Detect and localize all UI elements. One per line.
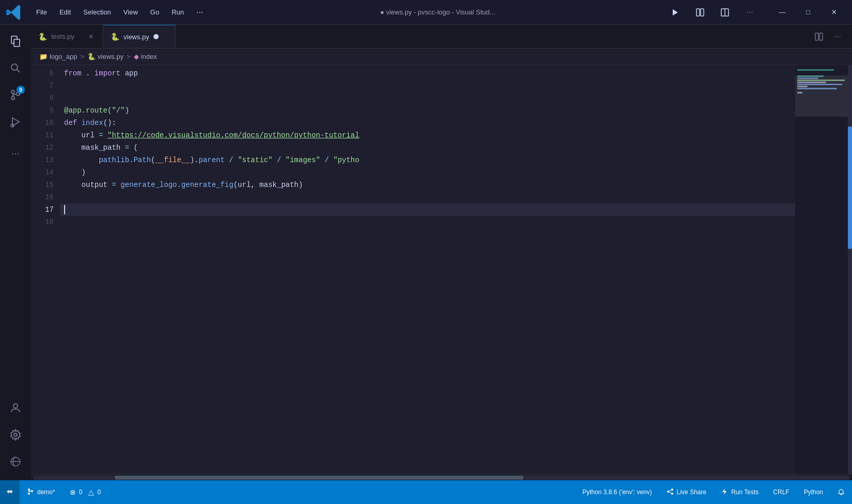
svg-point-21 bbox=[671, 489, 673, 491]
activity-item-settings[interactable] bbox=[3, 422, 28, 447]
more-tabs-button[interactable]: ··· bbox=[829, 28, 846, 45]
minimap-scrollbar[interactable] bbox=[848, 65, 852, 474]
statusbar-left: demo* ⊗ 0 △ 0 bbox=[0, 480, 108, 504]
menu-file[interactable]: File bbox=[31, 6, 52, 18]
activity-item-run[interactable] bbox=[3, 109, 28, 134]
source-control-badge: 9 bbox=[17, 86, 25, 94]
breadcrumb-logo-app[interactable]: 📁 logo_app bbox=[39, 53, 78, 60]
svg-point-19 bbox=[28, 493, 30, 495]
close-button[interactable]: ✕ bbox=[822, 4, 846, 21]
code-line-17 bbox=[60, 203, 795, 216]
activity-bar-bottom bbox=[3, 396, 28, 480]
lightning-icon bbox=[721, 488, 728, 495]
menu-edit[interactable]: Edit bbox=[54, 6, 76, 18]
line-num-15: 15 bbox=[31, 179, 54, 191]
svg-rect-1 bbox=[696, 9, 700, 16]
line-num-7: 7 bbox=[31, 80, 54, 92]
minimap-line bbox=[797, 69, 834, 71]
menu-selection[interactable]: Selection bbox=[78, 6, 116, 18]
tabs-bar: 🐍 tests.py ✕ 🐍 views.py ··· bbox=[31, 25, 852, 49]
code-line-8 bbox=[60, 92, 795, 104]
split-icon bbox=[696, 8, 704, 17]
activity-item-extensions[interactable]: ··· bbox=[3, 140, 28, 165]
statusbar-warnings-count: 0 bbox=[97, 489, 101, 496]
tab-label-tests-py: tests.py bbox=[51, 33, 74, 40]
remote-arrows-icon bbox=[6, 488, 13, 495]
activity-item-source-control[interactable]: 9 bbox=[3, 83, 28, 107]
statusbar-encoding-button[interactable]: CRLF bbox=[766, 480, 796, 504]
minimap-slider[interactable] bbox=[795, 75, 852, 117]
more-actions-button[interactable]: ··· bbox=[741, 4, 758, 21]
branch-icon bbox=[27, 488, 34, 495]
svg-rect-6 bbox=[14, 39, 20, 46]
statusbar-python-button[interactable]: Python 3.8.6 ('env': venv) bbox=[575, 480, 659, 504]
menu-run[interactable]: Run bbox=[166, 6, 189, 18]
svg-point-18 bbox=[28, 489, 30, 491]
breadcrumb-text-logo-app: logo_app bbox=[50, 53, 78, 60]
tabs-action-buttons: ··· bbox=[811, 28, 852, 45]
minimize-button[interactable]: — bbox=[770, 4, 794, 21]
run-button[interactable] bbox=[667, 4, 684, 21]
warning-icon: △ bbox=[88, 488, 94, 496]
python-file-breadcrumb-icon: 🐍 bbox=[87, 53, 96, 60]
window-controls: — □ ✕ bbox=[770, 4, 846, 21]
statusbar-notifications-button[interactable] bbox=[830, 480, 852, 504]
titlebar: File Edit Selection View Go Run ··· ● vi… bbox=[0, 0, 852, 25]
breadcrumb-index[interactable]: ◆ index bbox=[134, 53, 157, 60]
line-num-6: 6 bbox=[31, 67, 54, 80]
tab-unsaved-indicator bbox=[153, 34, 159, 39]
svg-line-25 bbox=[669, 492, 671, 493]
menu-more-icon[interactable]: ··· bbox=[191, 6, 208, 19]
activity-item-remote[interactable] bbox=[3, 449, 28, 474]
split-editor-action-button[interactable] bbox=[811, 28, 827, 45]
svg-point-7 bbox=[11, 64, 18, 70]
search-icon bbox=[9, 62, 22, 74]
minimap-scrollbar-thumb bbox=[848, 127, 852, 249]
statusbar-language-button[interactable]: Python bbox=[797, 480, 830, 504]
code-line-18 bbox=[60, 216, 795, 228]
line-num-14: 14 bbox=[31, 166, 54, 179]
statusbar-remote-button[interactable] bbox=[0, 480, 20, 504]
statusbar-branch-button[interactable]: demo* bbox=[20, 480, 63, 504]
tab-label-views-py: views.py bbox=[123, 33, 149, 41]
tab-tests-py[interactable]: 🐍 tests.py ✕ bbox=[31, 25, 103, 48]
statusbar-run-tests-label: Run Tests bbox=[731, 489, 758, 496]
statusbar-errors-button[interactable]: ⊗ 0 △ 0 bbox=[63, 480, 108, 504]
statusbar: demo* ⊗ 0 △ 0 Python 3.8.6 ('env': venv) bbox=[0, 480, 852, 504]
tab-views-py[interactable]: 🐍 views.py bbox=[103, 25, 176, 48]
symbol-icon: ◆ bbox=[134, 53, 139, 60]
tab-close-tests-py[interactable]: ✕ bbox=[86, 32, 96, 41]
horizontal-scrollbar[interactable] bbox=[31, 474, 852, 480]
statusbar-run-tests-button[interactable]: Run Tests bbox=[714, 480, 766, 504]
editor-content: 6 7 8 9 10 11 12 13 14 15 16 17 18 bbox=[31, 65, 852, 474]
layout-button[interactable] bbox=[717, 4, 733, 21]
svg-marker-26 bbox=[722, 489, 726, 495]
code-lines: from . import app @app.route("/") def in… bbox=[60, 65, 795, 474]
menu-view[interactable]: View bbox=[118, 6, 143, 18]
line-numbers: 6 7 8 9 10 11 12 13 14 15 16 17 18 bbox=[31, 65, 60, 474]
files-icon bbox=[9, 35, 22, 48]
hscroll-thumb bbox=[115, 476, 523, 480]
activity-item-account[interactable] bbox=[3, 396, 28, 420]
folder-icon: 📁 bbox=[39, 53, 48, 60]
editor-area: 🐍 tests.py ✕ 🐍 views.py ··· bbox=[31, 25, 852, 480]
statusbar-crlf-label: CRLF bbox=[773, 489, 789, 496]
vscode-logo-icon bbox=[6, 4, 23, 21]
activity-item-explorer[interactable] bbox=[3, 29, 28, 54]
play-icon bbox=[671, 8, 679, 17]
breadcrumb-text-views-py: views.py bbox=[98, 53, 123, 60]
remote-icon bbox=[10, 456, 21, 467]
line-num-11: 11 bbox=[31, 129, 54, 141]
menu-go[interactable]: Go bbox=[145, 6, 164, 18]
code-editor[interactable]: 6 7 8 9 10 11 12 13 14 15 16 17 18 bbox=[31, 65, 795, 474]
maximize-button[interactable]: □ bbox=[796, 4, 820, 21]
breadcrumb-sep-1: > bbox=[81, 53, 85, 60]
breadcrumb: 📁 logo_app > 🐍 views.py > ◆ index bbox=[31, 49, 852, 65]
settings-gear-icon bbox=[9, 429, 22, 441]
breadcrumb-views-py[interactable]: 🐍 views.py bbox=[87, 53, 123, 60]
activity-item-search[interactable] bbox=[3, 56, 28, 81]
svg-line-24 bbox=[669, 490, 671, 491]
main-container: 9 ··· bbox=[0, 25, 852, 480]
statusbar-live-share-button[interactable]: Live Share bbox=[659, 480, 714, 504]
split-editor-button[interactable] bbox=[692, 4, 708, 21]
